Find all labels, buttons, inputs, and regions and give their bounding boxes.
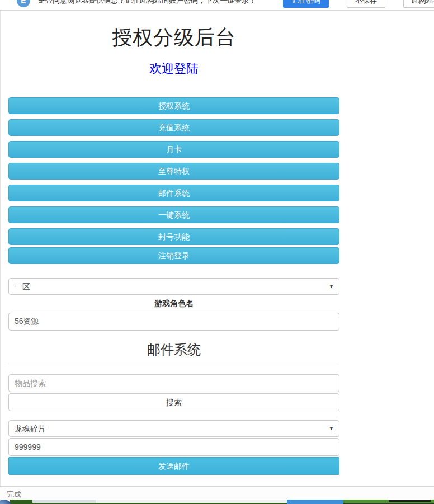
nav-mail-system[interactable]: 邮件系统: [8, 185, 339, 201]
never-save-button[interactable]: 此网站不保存: [403, 0, 434, 8]
section-divider: [8, 364, 339, 364]
page-title: 授权分级后台: [8, 24, 339, 51]
remember-password-button[interactable]: 记住密码: [283, 0, 329, 8]
server-select[interactable]: 一区: [8, 278, 339, 295]
nav-one-key-system[interactable]: 一键系统: [8, 206, 339, 223]
quantity-input[interactable]: [8, 438, 339, 456]
item-select[interactable]: 龙魂碎片: [8, 420, 339, 437]
browser-status-bar: 完成: [0, 486, 434, 500]
mail-section-title: 邮件系统: [8, 341, 339, 359]
welcome-subtitle: 欢迎登陆: [8, 60, 339, 77]
windows-taskbar-sliver: [0, 500, 434, 504]
browser-notification-bar: E 是否同意浏览器提供信息？记住此网站的账户密码，下次一键登录！ 记住密码 不保…: [0, 0, 434, 11]
send-mail-button[interactable]: 发送邮件: [8, 457, 339, 475]
nav-recharge-system[interactable]: 充值系统: [8, 119, 339, 136]
notification-message: 是否同意浏览器提供信息？记住此网站的账户密码，下次一键登录！: [38, 0, 256, 6]
taskbar-window-button[interactable]: [389, 500, 431, 502]
role-name-input[interactable]: [8, 313, 339, 331]
page-content: 授权分级后台 欢迎登陆 授权系统 充值系统 月卡 至尊特权 邮件系统 一键系统 …: [0, 11, 434, 486]
search-button[interactable]: 搜索: [8, 393, 339, 411]
nav-ban-function[interactable]: 封号功能: [8, 228, 339, 245]
role-name-label: 游戏角色名: [8, 299, 339, 309]
browser-info-icon: E: [17, 0, 30, 7]
decline-save-button[interactable]: 不保存: [347, 0, 385, 8]
taskbar-window-button[interactable]: [287, 500, 343, 504]
nav-supreme-privilege[interactable]: 至尊特权: [8, 163, 339, 180]
nav-monthly-card[interactable]: 月卡: [8, 141, 339, 158]
item-search-input[interactable]: [8, 374, 339, 392]
nav-authorization-system[interactable]: 授权系统: [8, 97, 339, 114]
status-text: 完成: [7, 489, 434, 500]
nav-button-stack: 授权系统 充值系统 月卡 至尊特权 邮件系统 一键系统 封号功能 注销登录: [8, 97, 339, 264]
nav-logout[interactable]: 注销登录: [8, 247, 339, 264]
